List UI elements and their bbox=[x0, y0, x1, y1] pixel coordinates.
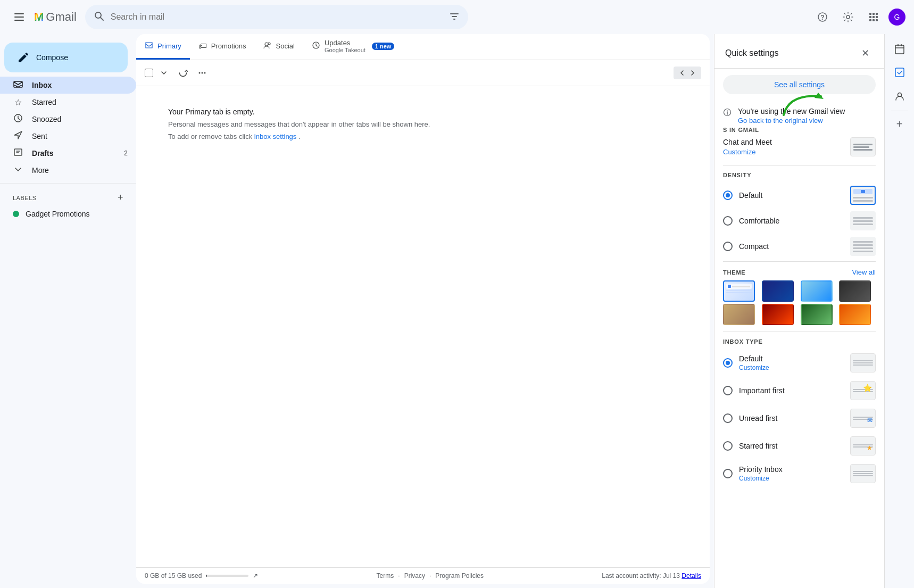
svg-rect-17 bbox=[869, 19, 871, 21]
search-options-icon[interactable] bbox=[449, 11, 460, 24]
density-compact-radio[interactable] bbox=[723, 242, 733, 251]
more-options-button[interactable] bbox=[194, 64, 211, 81]
inbox-unread-option[interactable]: Unread first ✉ bbox=[714, 404, 884, 432]
user-avatar[interactable]: G bbox=[888, 9, 905, 26]
right-sidebar-contacts[interactable] bbox=[889, 85, 910, 106]
select-all-checkbox-wrapper[interactable] bbox=[145, 69, 153, 77]
svg-point-25 bbox=[199, 72, 201, 74]
tab-promotions-label: Promotions bbox=[211, 42, 246, 50]
sidebar-item-sent[interactable]: Sent bbox=[0, 128, 136, 145]
details-link[interactable]: Details bbox=[682, 572, 701, 579]
footer-storage: 0 GB of 15 GB used ↗ bbox=[145, 572, 258, 579]
theme-charcoal-thumb[interactable] bbox=[839, 280, 871, 302]
inbox-priority-customize[interactable]: Customize bbox=[739, 475, 783, 482]
gmail-logo-text: Gmail bbox=[46, 10, 76, 24]
apps-button[interactable] bbox=[863, 6, 884, 28]
chat-meet-customize-link[interactable]: Customize bbox=[723, 148, 755, 156]
theme-autumn-thumb[interactable] bbox=[839, 304, 871, 325]
toolbar bbox=[136, 60, 710, 86]
qs-chat-meet-section: S IN GMAIL Chat and Meet Customize bbox=[714, 120, 884, 165]
storage-bar bbox=[206, 575, 248, 577]
sidebar-item-snoozed[interactable]: Snoozed bbox=[0, 111, 136, 128]
theme-default-thumb[interactable] bbox=[723, 280, 755, 302]
menu-button[interactable] bbox=[9, 6, 30, 28]
inbox-priority-radio[interactable] bbox=[723, 469, 733, 478]
see-all-settings-button[interactable]: See all settings bbox=[723, 75, 876, 94]
theme-dark1-thumb[interactable] bbox=[762, 280, 794, 302]
sidebar-item-more[interactable]: More bbox=[0, 162, 136, 179]
tab-social[interactable]: Social bbox=[255, 34, 303, 60]
svg-rect-1 bbox=[14, 16, 24, 18]
refresh-button[interactable] bbox=[175, 64, 192, 81]
inbox-default-radio[interactable] bbox=[723, 358, 733, 368]
compose-button[interactable]: Compose bbox=[4, 43, 128, 72]
updates-tab-meta: Updates Google Takeout bbox=[325, 39, 365, 53]
tab-primary[interactable]: Primary bbox=[136, 34, 190, 60]
inbox-starred-radio[interactable] bbox=[723, 441, 733, 451]
topbar: M Gmail ? bbox=[0, 0, 914, 34]
sidebar-item-starred[interactable]: ☆ Starred bbox=[0, 94, 136, 111]
inbox-priority-option[interactable]: Priority Inbox Customize bbox=[714, 460, 884, 487]
compose-label: Compose bbox=[36, 53, 68, 62]
privacy-link[interactable]: Privacy bbox=[404, 572, 425, 579]
get-addons-button[interactable]: + bbox=[891, 115, 908, 132]
tab-updates-sub: Google Takeout bbox=[325, 47, 365, 53]
select-dropdown-button[interactable] bbox=[155, 64, 172, 81]
density-comfortable-option[interactable]: Comfortable bbox=[714, 208, 884, 234]
nav-prev-icon bbox=[678, 69, 686, 77]
inbox-unread-radio[interactable] bbox=[723, 413, 733, 423]
inbox-starred-preview: ★ bbox=[850, 436, 876, 456]
svg-rect-31 bbox=[898, 44, 899, 46]
storage-icon[interactable]: ↗ bbox=[253, 572, 258, 579]
compose-icon bbox=[17, 51, 30, 64]
theme-sandy-thumb[interactable] bbox=[723, 304, 755, 325]
theme-sky-thumb[interactable] bbox=[801, 280, 833, 302]
inbox-default-label: Default bbox=[739, 354, 769, 363]
svg-point-23 bbox=[268, 43, 270, 45]
label-gadget-promotions[interactable]: Gadget Promotions bbox=[0, 205, 136, 222]
empty-state: Your Primary tab is empty. Personal mess… bbox=[136, 86, 710, 567]
density-compact-option[interactable]: Compact bbox=[714, 234, 884, 259]
theme-forest-thumb[interactable] bbox=[801, 304, 833, 325]
theme-fire-thumb[interactable] bbox=[762, 304, 794, 325]
sidebar-item-inbox[interactable]: Inbox bbox=[0, 77, 136, 94]
search-bar[interactable] bbox=[85, 5, 468, 29]
svg-rect-7 bbox=[453, 19, 455, 20]
sidebar-item-drafts[interactable]: Drafts 2 bbox=[0, 145, 136, 162]
inbox-important-radio[interactable] bbox=[723, 386, 733, 395]
svg-point-27 bbox=[204, 72, 206, 74]
inbox-settings-link[interactable]: inbox settings bbox=[254, 132, 297, 140]
settings-button[interactable] bbox=[837, 6, 859, 28]
svg-rect-16 bbox=[876, 16, 878, 18]
density-default-option[interactable]: Default bbox=[714, 183, 884, 208]
view-all-themes-link[interactable]: View all bbox=[852, 268, 876, 276]
search-input[interactable] bbox=[111, 12, 443, 22]
density-comfortable-radio[interactable] bbox=[723, 216, 733, 226]
inbox-unread-preview: ✉ bbox=[850, 409, 876, 428]
inbox-starred-label: Starred first bbox=[739, 442, 777, 450]
select-all-checkbox[interactable] bbox=[145, 69, 153, 77]
inbox-starred-option[interactable]: Starred first ★ bbox=[714, 432, 884, 460]
right-sidebar-tasks[interactable] bbox=[889, 62, 910, 83]
inbox-important-option[interactable]: Important first ⭐ bbox=[714, 377, 884, 404]
tab-promotions[interactable]: 🏷 Promotions bbox=[190, 34, 255, 60]
program-policies-link[interactable]: Program Policies bbox=[435, 572, 484, 579]
inbox-default-option[interactable]: Default Customize bbox=[714, 349, 884, 377]
sidebar-divider bbox=[0, 183, 136, 184]
qs-info-text: You're using the new Gmail view bbox=[738, 107, 845, 115]
help-button[interactable]: ? bbox=[812, 6, 833, 28]
gmail-m-icon: M bbox=[34, 10, 44, 24]
density-default-radio[interactable] bbox=[723, 191, 733, 200]
svg-line-4 bbox=[101, 18, 103, 20]
right-sidebar-calendar[interactable] bbox=[889, 38, 910, 60]
svg-rect-32 bbox=[901, 44, 902, 46]
density-default-preview bbox=[850, 186, 876, 205]
page-navigation[interactable] bbox=[674, 67, 701, 79]
terms-link[interactable]: Terms bbox=[377, 572, 394, 579]
qs-inbox-type-title: INBOX TYPE bbox=[714, 338, 884, 349]
inbox-default-customize[interactable]: Customize bbox=[739, 364, 769, 371]
tab-updates[interactable]: Updates Google Takeout 1 new bbox=[303, 34, 403, 60]
svg-rect-6 bbox=[452, 16, 457, 17]
add-label-icon[interactable]: + bbox=[118, 192, 123, 203]
qs-close-button[interactable]: ✕ bbox=[857, 45, 874, 62]
